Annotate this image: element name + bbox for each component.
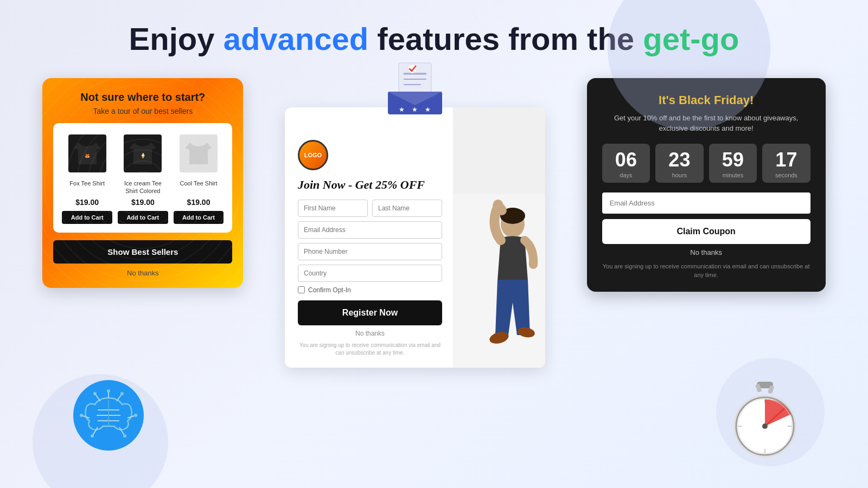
- form-image-section: [453, 107, 545, 368]
- product-name-2: Ice cream Tee Shirt Colored: [118, 179, 168, 195]
- email-input[interactable]: [298, 221, 442, 239]
- product-name-3: Cool Tee Shirt: [174, 179, 224, 195]
- form-headline: Join Now - Get 25% OFF: [298, 178, 442, 192]
- opt-in-row: Confirm Opt-In: [298, 286, 442, 294]
- bf-email-input[interactable]: [602, 192, 810, 214]
- opt-in-label: Confirm Opt-In: [308, 286, 351, 294]
- product-item-3: Cool Tee Shirt $19.00 Add to Cart: [174, 132, 224, 224]
- last-name-input[interactable]: [372, 200, 442, 217]
- form-disclaimer: You are signing up to receive communicat…: [298, 342, 442, 357]
- svg-point-18: [493, 200, 503, 213]
- form-card-wrapper: ★ ★ ★ LOGO Join Now - Get 25% OFF: [285, 62, 545, 368]
- no-thanks-link-1[interactable]: No thanks: [53, 269, 232, 277]
- minutes-label: minutes: [713, 172, 753, 178]
- title-advanced: advanced: [224, 21, 369, 56]
- product-img-1: 🦊: [66, 132, 109, 175]
- countdown-hours: 23 hours: [655, 144, 704, 183]
- brain-icon: [71, 377, 146, 455]
- product-img-3: [177, 132, 220, 175]
- products-grid: 🦊 Fox Tee Shirt $19.00 Add to Cart 🍦 Ice…: [53, 123, 232, 233]
- register-button[interactable]: Register Now: [298, 300, 442, 325]
- svg-text:★: ★: [425, 106, 431, 113]
- svg-point-50: [762, 423, 768, 429]
- bestsellers-subtitle: Take a tour of our best sellers: [53, 107, 232, 115]
- countdown-seconds: 17 seconds: [762, 144, 810, 183]
- seconds-label: seconds: [767, 172, 806, 178]
- seconds-number: 17: [767, 150, 806, 170]
- product-item-1: 🦊 Fox Tee Shirt $19.00 Add to Cart: [62, 132, 112, 224]
- hours-number: 23: [660, 150, 699, 170]
- countdown-row: 06 days 23 hours 59 minutes 17 seconds: [602, 144, 810, 183]
- svg-point-36: [134, 414, 137, 417]
- add-to-cart-btn-1[interactable]: Add to Cart: [62, 211, 112, 224]
- form-name-row: [298, 200, 442, 217]
- title-part1: Enjoy: [129, 21, 224, 56]
- bestsellers-title: Not sure where to start?: [53, 91, 232, 104]
- svg-text:🦊: 🦊: [85, 153, 90, 158]
- svg-point-33: [93, 392, 97, 395]
- product-price-2: $19.00: [118, 198, 168, 207]
- hours-label: hours: [660, 172, 699, 178]
- days-number: 06: [607, 150, 646, 170]
- countdown-days: 06 days: [602, 144, 650, 183]
- form-no-thanks[interactable]: No thanks: [298, 330, 442, 337]
- country-input[interactable]: [298, 265, 442, 282]
- opt-in-checkbox[interactable]: [298, 286, 305, 293]
- svg-text:🍦: 🍦: [140, 152, 146, 159]
- form-left-section: LOGO Join Now - Get 25% OFF Confirm Opt-…: [285, 107, 453, 368]
- countdown-minutes: 59 minutes: [709, 144, 757, 183]
- show-best-sellers-button[interactable]: Show Best Sellers: [53, 240, 232, 264]
- product-price-3: $19.00: [174, 198, 224, 207]
- bf-disclaimer: You are signing up to receive communicat…: [602, 262, 810, 280]
- envelope-icon: ★ ★ ★: [382, 62, 448, 118]
- logo-badge: LOGO: [298, 140, 328, 170]
- product-img-2: 🍦: [121, 132, 164, 175]
- claim-coupon-button[interactable]: Claim Coupon: [602, 219, 810, 244]
- cards-container: Not sure where to start? Take a tour of …: [0, 78, 868, 368]
- svg-text:★: ★: [399, 106, 405, 113]
- bestsellers-card: Not sure where to start? Take a tour of …: [42, 78, 243, 288]
- product-name-1: Fox Tee Shirt: [62, 179, 112, 195]
- logo-text: LOGO: [304, 152, 322, 158]
- form-card: LOGO Join Now - Get 25% OFF Confirm Opt-…: [285, 107, 545, 368]
- svg-point-37: [91, 434, 94, 438]
- phone-input[interactable]: [298, 243, 442, 260]
- days-label: days: [607, 172, 646, 178]
- svg-text:★: ★: [412, 106, 418, 113]
- add-to-cart-btn-2[interactable]: Add to Cart: [118, 211, 168, 224]
- bf-no-thanks[interactable]: No thanks: [602, 248, 810, 256]
- svg-point-32: [107, 389, 110, 393]
- svg-point-34: [120, 392, 124, 395]
- first-name-input[interactable]: [298, 200, 368, 217]
- svg-point-38: [123, 434, 126, 438]
- product-item-2: 🍦 Ice cream Tee Shirt Colored $19.00 Add…: [118, 132, 168, 224]
- product-price-1: $19.00: [62, 198, 112, 207]
- title-part2: features from the: [368, 21, 643, 56]
- minutes-number: 59: [713, 150, 753, 170]
- add-to-cart-btn-3[interactable]: Add to Cart: [174, 211, 224, 224]
- stopwatch-icon: [727, 377, 803, 461]
- svg-point-35: [80, 414, 83, 417]
